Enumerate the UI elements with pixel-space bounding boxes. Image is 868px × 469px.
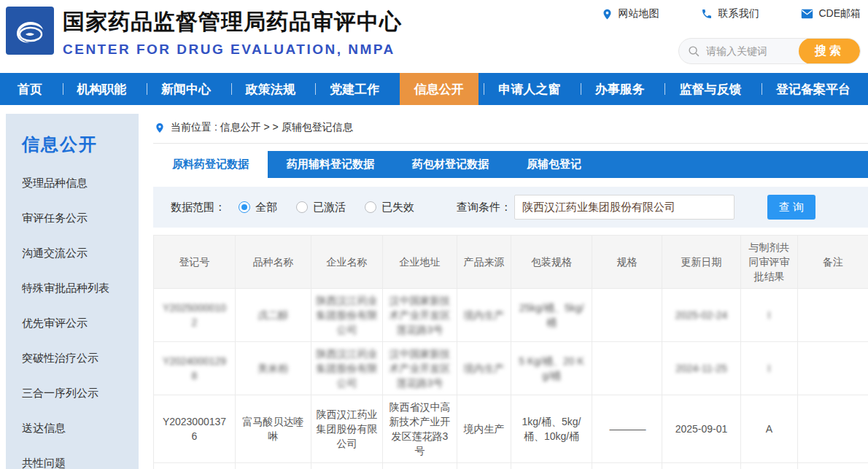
quick-links: 网站地图 联系我们 CDE邮箱 [602,7,861,20]
table-cell [798,342,868,395]
mail-link[interactable]: CDE邮箱 [801,7,861,20]
radio-expired-control[interactable] [365,201,376,213]
table-cell: I [741,289,798,342]
nav-item-home[interactable]: 首页 [3,73,57,105]
table-cell [457,463,511,469]
nav-item-functions[interactable]: 机构职能 [63,73,142,105]
tab-packaging-registration-data[interactable]: 药包材登记数据 [393,151,508,178]
table-cell: 2024-11-25 [662,342,741,395]
tab-api-registration-data[interactable]: 原料药登记数据 [153,151,268,178]
page: 国家药品监督管理局药品审评中心 CENTER FOR DRUG EVALUATI… [0,0,868,469]
column-header: 更新日期 [662,236,741,289]
table-cell [662,463,741,469]
sidebar-item-common-issues[interactable]: 共性问题 [22,457,139,469]
table-cell [798,289,868,342]
sidebar-item-communication[interactable]: 沟通交流公示 [22,247,139,260]
sidebar-item-delivery-info[interactable]: 送达信息 [22,422,139,435]
table-cell [592,463,662,469]
nav-item-registration-platform[interactable]: 登记备案平台 [762,73,865,105]
radio-expired-label: 已失效 [381,201,414,214]
sidebar: 信息公开 受理品种信息 审评任务公示 沟通交流公示 特殊审批品种列表 优先审评公… [6,114,139,469]
table-cell: 25kg/桶、5kg/桶 [511,289,592,342]
sitemap-label: 网站地图 [618,7,659,20]
tab-excipient-registration-data[interactable]: 药用辅料登记数据 [268,151,393,178]
search-button[interactable]: 搜索 [799,38,860,64]
sidebar-item-breakthrough-therapy[interactable]: 突破性治疗公示 [22,352,139,365]
site-title: 国家药品监督管理局药品审评中心 [63,7,402,37]
nav-item-info-disclosure[interactable]: 信息公开 [400,73,478,105]
nav-item-party[interactable]: 党建工作 [315,73,394,105]
main-panel: 当前位置 : 信息公开 > > 原辅包登记信息 原料药登记数据 药用辅料登记数据… [153,105,868,469]
table-cell: 汉中国家新技术产业开发区莲花路3号 [383,342,457,395]
table-cell [236,463,311,469]
table-cell: 汉中国家新技术产业开发区莲花路3号 [383,289,457,342]
table-cell: 1kg/桶、5kg/桶、10kg/桶 [511,395,592,463]
table-cell [592,342,662,395]
sidebar-item-three-in-one[interactable]: 三合一序列公示 [22,387,139,400]
table-cell: 陕西汉江药业集团股份有限公司 [311,289,383,342]
nav-item-news[interactable]: 新闻中心 [147,73,225,105]
radio-activated-control[interactable] [296,201,308,213]
table-cell [592,289,662,342]
column-header: 产品来源 [457,236,511,289]
nav-item-services[interactable]: 办事服务 [581,73,659,105]
table-cell: 2025-09-01 [662,395,741,463]
cde-logo[interactable] [6,7,54,55]
table-header: 登记号品种名称企业名称企业地址产品来源包装规格规格更新日期与制剂共同审评审批结果… [154,236,868,289]
site-search: 搜索 [678,38,861,64]
main-nav: 首页 机构职能 新闻中心 政策法规 党建工作 信息公开 申请人之窗 办事服务 监… [0,73,868,105]
sitemap-link[interactable]: 网站地图 [602,7,659,20]
query-button[interactable]: 查 询 [767,195,815,220]
table-row: Y20230001376富马酸贝达喹啉陕西汉江药业集团股份有限公司陕西省汉中高新… [154,395,868,463]
search-icon [688,45,700,58]
table-row: Y20240001298美米粉陕西汉江药业集团股份有限公司汉中国家新技术产业开发… [154,342,868,395]
mail-label: CDE邮箱 [818,7,861,20]
table-cell [798,463,868,469]
breadcrumb: 当前位置 : 信息公开 > > 原辅包登记信息 [153,105,868,144]
table-cell: 陕西汉江药业集团股份有限公司 [311,342,383,395]
table-cell [154,463,236,469]
location-pin-icon [155,122,165,134]
radio-expired[interactable]: 已失效 [365,201,414,214]
sidebar-item-review-tasks[interactable]: 审评任务公示 [22,212,139,225]
sidebar-item-accepted-varieties[interactable]: 受理品种信息 [22,177,139,190]
mail-icon [801,9,813,19]
table-cell: Y20250000102 [154,289,236,342]
table-cell: 陕西汉江药业集团股份有限公司 [311,395,383,463]
table-cell [311,463,383,469]
query-label: 查询条件： [457,201,511,214]
site-titles: 国家药品监督管理局药品审评中心 CENTER FOR DRUG EVALUATI… [63,7,402,58]
search-input[interactable] [700,45,799,57]
radio-all-control[interactable] [239,201,250,213]
nav-item-supervision[interactable]: 监督与反馈 [664,73,756,105]
table-cell [798,395,868,463]
nav-item-applicant-window[interactable]: 申请人之窗 [484,73,575,105]
radio-all-label: 全部 [255,201,277,214]
column-header: 包装规格 [511,236,592,289]
table-cell: 境内生产 [457,289,511,342]
nav-item-policies[interactable]: 政策法规 [231,73,310,105]
phone-icon [701,8,713,20]
radio-all[interactable]: 全部 [239,201,277,214]
column-header: 备注 [798,236,868,289]
table-cell: 2025-02-24 [662,289,741,342]
sidebar-item-priority-review[interactable]: 优先审评公示 [22,317,139,330]
column-header: 登记号 [154,236,236,289]
table-cell: 境内生产 [457,395,511,463]
query-input[interactable] [514,195,735,220]
table-cell: Y20230001376 [154,395,236,463]
sidebar-item-special-approval[interactable]: 特殊审批品种列表 [22,282,139,295]
scope-label: 数据范围： [171,201,225,214]
tab-raw-aux-pack-registration[interactable]: 原辅包登记 [508,151,600,178]
filter-bar: 数据范围： 全部 已激活 已失效 查询条件： 查 询 [153,187,868,228]
contact-link[interactable]: 联系我们 [701,7,759,20]
site-subtitle: CENTER FOR DRUG EVALUATION, NMPA [63,42,402,58]
radio-activated[interactable]: 已激活 [296,201,346,214]
column-header: 企业地址 [383,236,457,289]
table-cell: Y20240001298 [154,342,236,395]
table-cell: I [741,342,798,395]
table-cell: 富马酸贝达喹啉 [236,395,311,463]
breadcrumb-text: 当前位置 : 信息公开 > > 原辅包登记信息 [171,121,353,134]
tabs: 原料药登记数据 药用辅料登记数据 药包材登记数据 原辅包登记 [153,151,868,178]
table-cell: 5 Kg/桶、20 Kg/桶 [511,342,592,395]
